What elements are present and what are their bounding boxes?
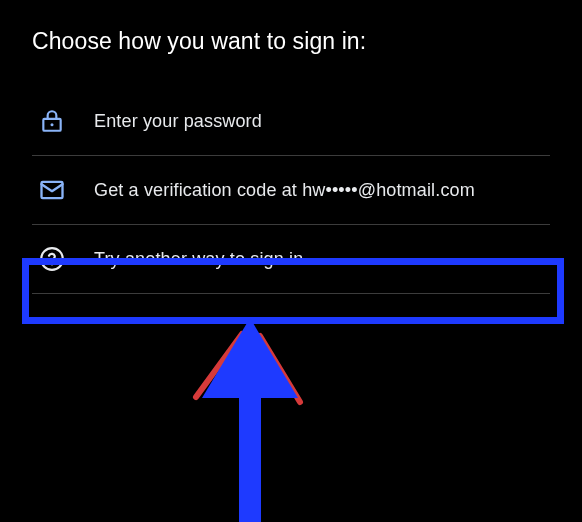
- annotation-red-underline: [35, 317, 555, 320]
- option-label: Enter your password: [94, 111, 262, 132]
- signin-option-list: Enter your password Get a verification c…: [32, 93, 550, 294]
- svg-point-4: [51, 263, 53, 265]
- mail-icon: [38, 176, 66, 204]
- svg-line-6: [260, 336, 300, 402]
- lock-icon: [38, 107, 66, 135]
- option-label: Try another way to sign in: [94, 249, 303, 270]
- svg-point-1: [50, 123, 53, 126]
- svg-marker-8: [202, 318, 298, 398]
- option-label: Get a verification code at hw•••••@hotma…: [94, 180, 475, 201]
- svg-line-5: [196, 334, 242, 397]
- option-enter-password[interactable]: Enter your password: [32, 93, 550, 156]
- option-try-another-way[interactable]: Try another way to sign in: [32, 225, 550, 294]
- help-icon: [38, 245, 66, 273]
- signin-choice-heading: Choose how you want to sign in:: [32, 28, 550, 55]
- option-verification-code[interactable]: Get a verification code at hw•••••@hotma…: [32, 156, 550, 225]
